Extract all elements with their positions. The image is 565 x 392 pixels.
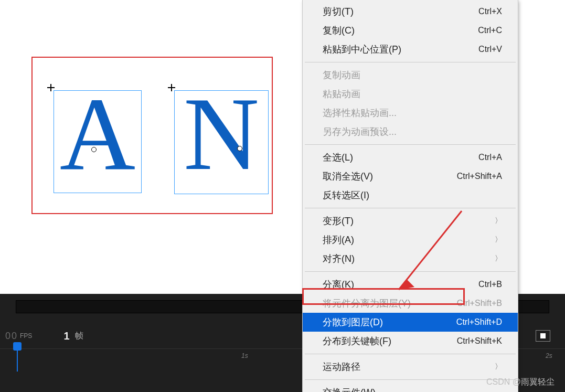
- menu-invert-selection-label: 反转选区(I): [323, 189, 369, 202]
- chevron-right-icon: 〉: [495, 235, 502, 245]
- menu-save-preset: 另存为动画预设...: [303, 122, 518, 141]
- frame-label: 帧: [75, 331, 83, 342]
- menu-break-to-layers: 将元件分离为图层(Y) Ctrl+Shift+B: [303, 294, 518, 313]
- menu-separator: [305, 354, 516, 354]
- menu-swap-symbol[interactable]: 交换元件(W)...: [303, 383, 518, 392]
- menu-invert-selection[interactable]: 反转选区(I): [303, 186, 518, 205]
- symbol-letter-n[interactable]: N: [174, 90, 269, 194]
- menu-arrange-label: 排列(A): [323, 234, 354, 246]
- menu-break-apart-label: 分离(K): [323, 278, 354, 291]
- menu-motion-path-label: 运动路径: [323, 361, 360, 373]
- menu-cut-shortcut: Ctrl+X: [478, 7, 502, 16]
- chevron-right-icon: 〉: [495, 254, 502, 263]
- menu-separator: [305, 271, 516, 272]
- glyph-a: A: [54, 81, 141, 186]
- origin-marker-a: [91, 147, 97, 152]
- menu-break-apart[interactable]: 分离(K) Ctrl+B: [303, 275, 518, 294]
- menu-separator: [305, 379, 516, 380]
- menu-transform[interactable]: 变形(T) 〉: [303, 211, 518, 230]
- symbol-letter-a[interactable]: A: [54, 90, 142, 193]
- menu-align-label: 对齐(N): [323, 252, 355, 265]
- frame-number: 1: [63, 330, 69, 342]
- menu-save-preset-label: 另存为动画预设...: [323, 125, 397, 138]
- menu-distribute-to-layers[interactable]: 分散到图层(D) Ctrl+Shift+D: [303, 313, 518, 332]
- menu-deselect-label: 取消全选(V): [323, 170, 373, 183]
- menu-separator: [305, 144, 516, 145]
- menu-copy-label: 复制(C): [323, 24, 355, 37]
- fps-value: 00: [5, 331, 18, 342]
- menu-paste-motion-special-label: 选择性粘贴动画...: [323, 107, 397, 119]
- menu-distribute-to-layers-label: 分散到图层(D): [323, 316, 383, 329]
- menu-cut-label: 剪切(T): [323, 5, 354, 18]
- menu-transform-label: 变形(T): [323, 215, 354, 227]
- menu-deselect-shortcut: Ctrl+Shift+A: [457, 172, 502, 181]
- chevron-right-icon: 〉: [495, 362, 502, 372]
- menu-distribute-to-keyframes-shortcut: Ctrl+Shift+K: [457, 336, 502, 346]
- ruler-tick-1s: 1s: [241, 352, 248, 359]
- menu-copy[interactable]: 复制(C) Ctrl+C: [303, 21, 518, 40]
- origin-marker-n: [237, 146, 242, 151]
- menu-paste-center-label: 粘贴到中心位置(P): [323, 43, 401, 56]
- context-menu: 剪切(T) Ctrl+X 复制(C) Ctrl+C 粘贴到中心位置(P) Ctr…: [302, 0, 518, 392]
- fps-label: FPS: [20, 332, 32, 340]
- menu-separator: [305, 62, 516, 62]
- menu-copy-shortcut: Ctrl+C: [478, 26, 502, 35]
- menu-break-to-layers-shortcut: Ctrl+Shift+B: [457, 299, 502, 308]
- menu-separator: [305, 208, 516, 208]
- menu-distribute-to-keyframes[interactable]: 分布到关键帧(F) Ctrl+Shift+K: [303, 332, 518, 351]
- playhead[interactable]: [17, 345, 18, 372]
- menu-break-apart-shortcut: Ctrl+B: [478, 280, 502, 289]
- glyph-n: N: [175, 81, 268, 186]
- menu-arrange[interactable]: 排列(A) 〉: [303, 230, 518, 249]
- menu-copy-motion-label: 复制动画: [323, 69, 360, 81]
- watermark: CSDN @雨翼轻尘: [486, 377, 555, 388]
- menu-paste-motion: 粘贴动画: [303, 84, 518, 103]
- timeline-button-stop[interactable]: [536, 330, 550, 342]
- menu-cut[interactable]: 剪切(T) Ctrl+X: [303, 2, 518, 21]
- stage-canvas[interactable]: A N: [31, 57, 273, 214]
- menu-deselect[interactable]: 取消全选(V) Ctrl+Shift+A: [303, 167, 518, 186]
- ruler-tick-2s: 2s: [546, 352, 552, 359]
- menu-paste-motion-label: 粘贴动画: [323, 88, 360, 100]
- menu-select-all-shortcut: Ctrl+A: [478, 153, 502, 162]
- menu-paste-center[interactable]: 粘贴到中心位置(P) Ctrl+V: [303, 40, 518, 59]
- chevron-right-icon: 〉: [495, 216, 502, 226]
- menu-break-to-layers-label: 将元件分离为图层(Y): [323, 297, 411, 310]
- menu-distribute-to-layers-shortcut: Ctrl+Shift+D: [456, 317, 502, 327]
- menu-paste-center-shortcut: Ctrl+V: [478, 45, 502, 54]
- menu-copy-motion: 复制动画: [303, 66, 518, 84]
- menu-swap-symbol-label: 交换元件(W)...: [323, 386, 383, 392]
- menu-distribute-to-keyframes-label: 分布到关键帧(F): [323, 335, 391, 347]
- menu-select-all[interactable]: 全选(L) Ctrl+A: [303, 148, 518, 167]
- menu-motion-path[interactable]: 运动路径 〉: [303, 357, 518, 376]
- menu-paste-motion-special: 选择性粘贴动画...: [303, 103, 518, 122]
- menu-align[interactable]: 对齐(N) 〉: [303, 249, 518, 268]
- menu-select-all-label: 全选(L): [323, 151, 353, 164]
